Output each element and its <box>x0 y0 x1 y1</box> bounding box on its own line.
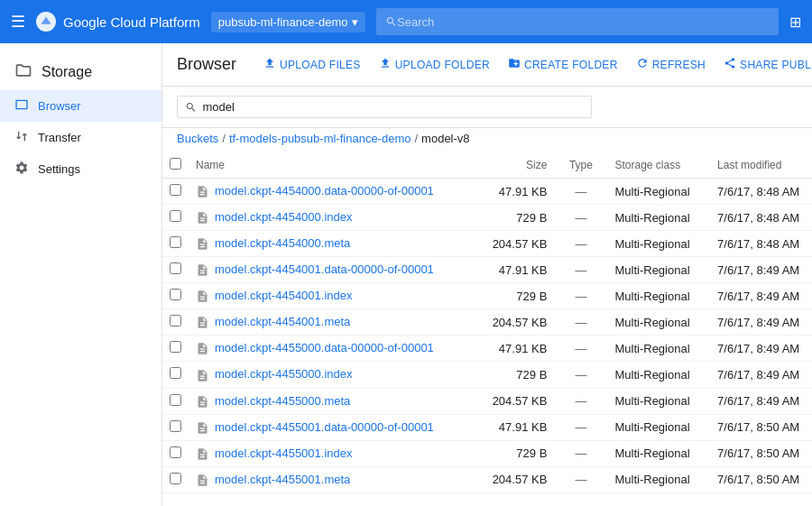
row-checkbox[interactable] <box>170 184 181 196</box>
file-name-text: model.ckpt-4455000.index <box>215 367 353 381</box>
table-row: model.ckpt-4455000.data-00000-of-0000147… <box>162 336 812 362</box>
file-last-modified: 7/6/17, 8:50 AM <box>710 440 812 466</box>
table-row: model.ckpt-4456000.data-00000-of-0000147… <box>162 492 812 496</box>
buckets-link[interactable]: Buckets <box>177 132 218 145</box>
file-storage-class: Multi-Regional <box>607 362 710 388</box>
row-checkbox-cell <box>162 492 189 496</box>
file-size: 47.91 KB <box>484 179 554 205</box>
bucket-name-link[interactable]: tf-models-pubsub-ml-finance-demo <box>229 132 411 145</box>
refresh-icon <box>636 57 649 72</box>
file-last-modified: 7/6/17, 8:49 AM <box>710 388 812 414</box>
browser-icon <box>14 97 29 115</box>
select-all-checkbox[interactable] <box>170 158 181 170</box>
storage-icon <box>14 61 32 83</box>
file-size: 729 B <box>484 362 554 388</box>
project-selector[interactable]: pubsub-ml-finance-demo ▾ <box>211 12 365 32</box>
file-name[interactable]: model.ckpt-4455000.data-00000-of-00001 <box>189 336 484 362</box>
grid-view-icon[interactable]: ⊞ <box>789 14 801 31</box>
toolbar: Browser UPLOAD FILES UPLOAD FOLDER CREAT… <box>162 43 812 87</box>
row-checkbox[interactable] <box>170 394 181 406</box>
hamburger-menu-icon[interactable]: ☰ <box>11 12 25 32</box>
sidebar-item-transfer[interactable]: Transfer <box>0 122 161 153</box>
file-last-modified: 7/6/17, 8:49 AM <box>710 336 812 362</box>
file-icon <box>196 210 215 224</box>
refresh-label: REFRESH <box>652 59 706 71</box>
upload-folder-button[interactable]: UPLOAD FOLDER <box>370 51 499 78</box>
row-checkbox-cell <box>162 362 189 388</box>
row-checkbox-cell <box>162 336 189 362</box>
col-header-modified: Last modified <box>710 152 812 179</box>
file-name[interactable]: model.ckpt-4454001.index <box>189 283 484 309</box>
row-checkbox[interactable] <box>170 446 181 458</box>
global-search-input[interactable] <box>397 15 770 29</box>
file-icon <box>196 473 215 486</box>
sidebar-item-settings[interactable]: Settings <box>0 153 161 185</box>
file-size: 729 B <box>484 283 554 309</box>
search-input[interactable]: model <box>202 100 584 114</box>
global-search-icon <box>385 15 398 28</box>
file-type: — <box>554 283 607 309</box>
file-name[interactable]: model.ckpt-4456000.data-00000-of-00001 <box>189 492 484 496</box>
file-type: — <box>554 336 607 362</box>
col-header-type: Type <box>554 152 607 179</box>
file-storage-class: Multi-Regional <box>607 388 710 414</box>
file-size: 47.91 KB <box>484 492 554 496</box>
global-search[interactable] <box>376 8 779 35</box>
file-name[interactable]: model.ckpt-4455001.meta <box>189 466 484 492</box>
table-row: model.ckpt-4454001.data-00000-of-0000147… <box>162 257 812 283</box>
project-dropdown-icon: ▾ <box>352 15 358 29</box>
upload-files-button[interactable]: UPLOAD FILES <box>254 51 370 78</box>
row-checkbox[interactable] <box>170 262 181 274</box>
upload-folder-icon <box>379 57 392 72</box>
file-name[interactable]: model.ckpt-4454001.data-00000-of-00001 <box>189 257 484 283</box>
file-name[interactable]: model.ckpt-4455001.index <box>189 440 484 466</box>
breadcrumb-sep-1: / <box>222 132 226 145</box>
file-last-modified: 7/6/17, 8:49 AM <box>710 283 812 309</box>
search-icon <box>185 101 197 114</box>
table-row: model.ckpt-4455000.index729 B—Multi-Regi… <box>162 362 812 388</box>
file-name-text: model.ckpt-4454000.data-00000-of-00001 <box>215 184 434 198</box>
file-name[interactable]: model.ckpt-4455000.meta <box>189 388 484 414</box>
gcp-logo: Google Cloud Platform <box>36 12 200 32</box>
file-size: 729 B <box>484 205 554 231</box>
file-last-modified: 7/6/17, 8:48 AM <box>710 205 812 231</box>
file-name[interactable]: model.ckpt-4454000.index <box>189 205 484 231</box>
file-name[interactable]: model.ckpt-4455001.data-00000-of-00001 <box>189 414 484 440</box>
row-checkbox[interactable] <box>170 367 181 379</box>
file-storage-class: Multi-Regional <box>607 283 710 309</box>
row-checkbox[interactable] <box>170 341 181 353</box>
file-name[interactable]: model.ckpt-4455000.index <box>189 362 484 388</box>
top-bar: ☰ Google Cloud Platform pubsub-ml-financ… <box>0 0 812 43</box>
row-checkbox[interactable] <box>170 473 181 484</box>
file-size: 729 B <box>484 440 554 466</box>
file-last-modified: 7/6/17, 8:50 AM <box>710 492 812 496</box>
app-title: Google Cloud Platform <box>63 14 200 30</box>
row-checkbox[interactable] <box>170 289 181 300</box>
row-checkbox-cell <box>162 414 189 440</box>
file-icon <box>196 446 215 460</box>
file-name[interactable]: model.ckpt-4454000.meta <box>189 231 484 257</box>
table-row: model.ckpt-4454001.index729 B—Multi-Regi… <box>162 283 812 309</box>
row-checkbox[interactable] <box>170 315 181 327</box>
table-row: model.ckpt-4454000.index729 B—Multi-Regi… <box>162 205 812 231</box>
breadcrumb: Buckets / tf-models-pubsub-ml-finance-de… <box>162 128 812 152</box>
upload-folder-label: UPLOAD FOLDER <box>395 59 490 71</box>
row-checkbox[interactable] <box>170 236 181 248</box>
row-checkbox[interactable] <box>170 420 181 432</box>
create-folder-button[interactable]: CREATE FOLDER <box>499 51 627 78</box>
main-layout: Storage Browser Transfer Settings Browse… <box>0 43 812 506</box>
table-row: model.ckpt-4455000.meta204.57 KB—Multi-R… <box>162 388 812 414</box>
refresh-button[interactable]: REFRESH <box>627 51 715 78</box>
share-publicly-button[interactable]: SHARE PUBLICLY <box>715 51 812 78</box>
row-checkbox-cell <box>162 283 189 309</box>
file-storage-class: Multi-Regional <box>607 414 710 440</box>
col-header-name: Name <box>189 152 484 179</box>
sidebar-item-browser[interactable]: Browser <box>0 90 161 122</box>
row-checkbox-cell <box>162 231 189 257</box>
file-name-text: model.ckpt-4454000.meta <box>215 236 350 250</box>
file-last-modified: 7/6/17, 8:48 AM <box>710 179 812 205</box>
file-name-text: model.ckpt-4455000.meta <box>215 394 350 408</box>
row-checkbox[interactable] <box>170 210 181 222</box>
file-name[interactable]: model.ckpt-4454001.meta <box>189 309 484 336</box>
file-name[interactable]: model.ckpt-4454000.data-00000-of-00001 <box>189 179 484 205</box>
